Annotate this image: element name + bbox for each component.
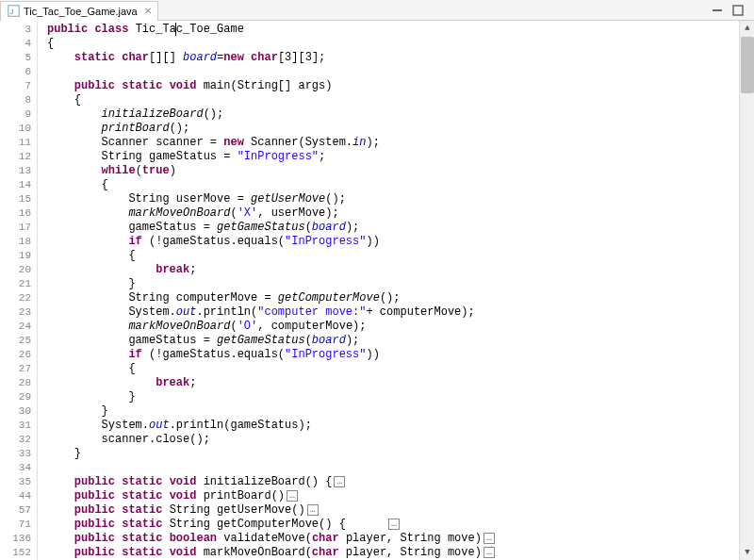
code-line[interactable]: if (!gameStatus.equals("InProgress")) [47, 348, 739, 362]
svg-text:J: J [9, 8, 13, 16]
line-number[interactable]: 16 [0, 206, 31, 221]
code-line[interactable]: while(true) [47, 164, 739, 178]
line-number[interactable]: 136 [0, 532, 31, 546]
code-line[interactable] [47, 461, 739, 475]
line-number[interactable]: 27 [0, 362, 31, 376]
tab-filename: Tic_Tac_Toe_Game.java [24, 6, 138, 17]
fold-indicator[interactable]: … [334, 476, 345, 487]
line-number[interactable]: 13 [0, 164, 31, 178]
line-number[interactable]: 12 [0, 150, 31, 164]
line-number[interactable]: 30 [0, 404, 31, 419]
code-line[interactable]: { [47, 178, 739, 192]
line-number[interactable]: 20 [0, 263, 31, 277]
line-number[interactable]: 15 [0, 192, 31, 206]
scroll-down-arrow[interactable]: ▼ [740, 545, 754, 560]
editor-area[interactable]: 3456789101112131415161718192021222324252… [0, 21, 754, 560]
code-line[interactable]: public static String getComputerMove() {… [47, 518, 739, 532]
vertical-scrollbar[interactable]: ▲ ▼ [739, 21, 754, 560]
line-number[interactable]: 18 [0, 235, 31, 249]
code-line[interactable]: { [47, 93, 739, 107]
fold-indicator[interactable]: … [484, 547, 495, 558]
line-number[interactable]: 31 [0, 419, 31, 433]
line-number[interactable]: 57 [0, 503, 31, 518]
code-line[interactable]: { [47, 249, 739, 263]
code-line[interactable]: System.out.println("computer move:"+ com… [47, 305, 739, 320]
code-line[interactable]: break; [47, 376, 739, 390]
code-line[interactable]: public static void main(String[] args) [47, 79, 739, 93]
code-editor[interactable]: public class Tic_Tac_Toe_Game{ static ch… [38, 21, 739, 560]
code-line[interactable]: } [47, 277, 739, 291]
line-number[interactable]: 6 [0, 65, 31, 79]
code-line[interactable]: gameStatus = getGameStatus(board); [47, 221, 739, 235]
code-line[interactable]: } [47, 390, 739, 404]
code-line[interactable]: { [47, 37, 739, 51]
code-line[interactable]: public static void markMoveOnBoard(char … [47, 546, 739, 560]
code-line[interactable]: } [47, 447, 739, 461]
code-line[interactable]: public class Tic_Tac_Toe_Game [47, 23, 739, 37]
code-line[interactable]: printBoard(); [47, 122, 739, 136]
line-number[interactable]: 10 [0, 122, 31, 136]
code-line[interactable]: public static String getUserMove()… [47, 503, 739, 518]
toolbar-right [711, 4, 754, 17]
code-line[interactable]: String computerMove = getComputerMove(); [47, 291, 739, 305]
line-number[interactable]: 3 [0, 23, 31, 37]
line-number[interactable]: 4 [0, 37, 31, 51]
code-line[interactable]: scanner.close(); [47, 433, 739, 447]
line-number[interactable]: 29 [0, 390, 31, 404]
line-number[interactable]: 19 [0, 249, 31, 263]
scroll-up-arrow[interactable]: ▲ [740, 21, 754, 36]
close-tab-icon[interactable]: ✕ [144, 6, 152, 16]
line-number[interactable]: 32 [0, 433, 31, 447]
fold-indicator[interactable]: … [388, 519, 400, 530]
line-number[interactable]: 21 [0, 277, 31, 291]
code-line[interactable]: { [47, 362, 739, 376]
svg-rect-2 [713, 9, 722, 11]
code-line[interactable]: public static void printBoard()… [47, 489, 739, 503]
line-number[interactable]: 8 [0, 93, 31, 107]
line-number[interactable]: 11 [0, 136, 31, 150]
maximize-button[interactable] [731, 4, 745, 17]
line-number[interactable]: 44 [0, 489, 31, 503]
code-line[interactable]: public static void initializeBoard() {… [47, 475, 739, 489]
code-line[interactable]: markMoveOnBoard('O', computerMove); [47, 320, 739, 334]
line-number[interactable]: 152 [0, 546, 31, 560]
code-line[interactable]: System.out.println(gameStatus); [47, 419, 739, 433]
fold-indicator[interactable]: … [287, 490, 298, 502]
line-number[interactable]: 35 [0, 475, 31, 489]
code-line[interactable]: Scanner scanner = new Scanner(System.in)… [47, 136, 739, 150]
line-number[interactable]: 25 [0, 334, 31, 348]
code-line[interactable]: public static boolean validateMove(char … [47, 532, 739, 546]
line-number[interactable]: 34 [0, 461, 31, 475]
scroll-thumb[interactable] [741, 37, 754, 93]
line-number[interactable]: 9 [0, 107, 31, 122]
code-line[interactable]: } [47, 404, 739, 419]
tab-bar: J Tic_Tac_Toe_Game.java ✕ [0, 0, 754, 21]
line-number[interactable]: 71 [0, 518, 31, 532]
line-number[interactable]: 17 [0, 221, 31, 235]
code-line[interactable]: String gameStatus = "InProgress"; [47, 150, 739, 164]
line-number[interactable]: 5 [0, 51, 31, 65]
line-number[interactable]: 14 [0, 178, 31, 192]
code-line[interactable]: break; [47, 263, 739, 277]
code-line[interactable]: if (!gameStatus.equals("InProgress")) [47, 235, 739, 249]
minimize-button[interactable] [711, 4, 724, 17]
code-line[interactable]: gameStatus = getGameStatus(board); [47, 334, 739, 348]
line-number[interactable]: 22 [0, 291, 31, 305]
line-number[interactable]: 33 [0, 447, 31, 461]
code-line[interactable]: static char[][] board=new char[3][3]; [47, 51, 739, 65]
fold-indicator[interactable]: … [307, 504, 319, 516]
line-number[interactable]: 7 [0, 79, 31, 93]
svg-rect-3 [733, 6, 743, 15]
code-line[interactable] [47, 65, 739, 79]
code-line[interactable]: String userMove = getUserMove(); [47, 192, 739, 206]
fold-indicator[interactable]: … [484, 533, 495, 544]
line-number[interactable]: 24 [0, 320, 31, 334]
line-number[interactable]: 23 [0, 305, 31, 320]
code-line[interactable]: markMoveOnBoard('X', userMove); [47, 206, 739, 221]
editor-tab[interactable]: J Tic_Tac_Toe_Game.java ✕ [0, 1, 158, 22]
line-number-gutter[interactable]: 3456789101112131415161718192021222324252… [0, 21, 38, 560]
line-number[interactable]: 28 [0, 376, 31, 390]
code-line[interactable]: initializeBoard(); [47, 107, 739, 122]
java-file-icon: J [7, 5, 20, 18]
line-number[interactable]: 26 [0, 348, 31, 362]
